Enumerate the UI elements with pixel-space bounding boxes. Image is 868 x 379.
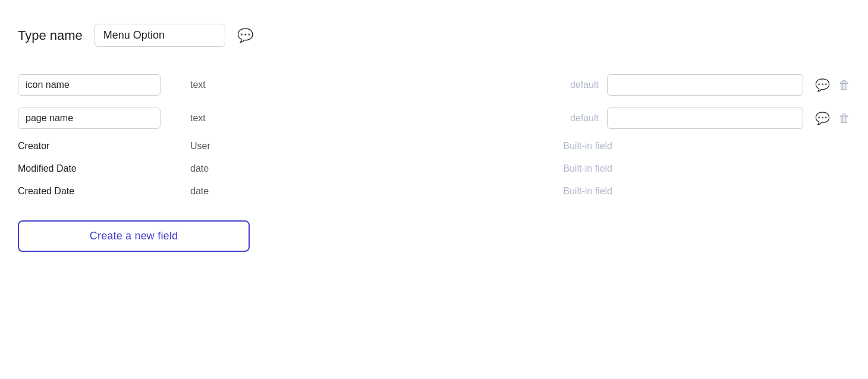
- field-actions: 💬🗑: [815, 111, 850, 125]
- field-type-cell: text: [184, 113, 315, 124]
- field-default-label: default: [530, 80, 607, 90]
- field-actions: 💬🗑: [815, 78, 850, 92]
- field-name-cell: Creator: [18, 141, 184, 151]
- field-name-cell: [18, 108, 184, 129]
- field-default-input[interactable]: [607, 108, 803, 129]
- field-builtin-label: Built-in field: [563, 163, 612, 174]
- field-name-input[interactable]: [18, 108, 161, 129]
- field-default-label: default: [530, 113, 607, 124]
- field-builtin-label: Built-in field: [563, 186, 612, 197]
- field-name-static: Modified Date: [18, 159, 77, 178]
- comment-icon[interactable]: 💬: [815, 111, 830, 125]
- field-name-static: Creator: [18, 136, 49, 156]
- delete-icon[interactable]: 🗑: [838, 112, 850, 125]
- table-row: Created DatedateBuilt-in field: [18, 180, 850, 203]
- field-builtin-label: Built-in field: [563, 141, 612, 151]
- table-row: Modified DatedateBuilt-in field: [18, 157, 850, 180]
- table-row: textdefault💬🗑: [18, 102, 850, 135]
- field-type-cell: date: [184, 186, 315, 197]
- fields-table: textdefault💬🗑textdefault💬🗑CreatorUserBui…: [18, 68, 850, 203]
- field-type-cell: User: [184, 141, 315, 151]
- header-row: Type name 💬: [18, 24, 850, 47]
- create-new-field-button[interactable]: Create a new field: [18, 220, 250, 252]
- field-name-cell: [18, 74, 184, 96]
- table-row: textdefault💬🗑: [18, 68, 850, 102]
- table-row: CreatorUserBuilt-in field: [18, 135, 850, 157]
- field-type-cell: text: [184, 80, 315, 90]
- field-default-input[interactable]: [607, 74, 803, 96]
- type-name-input[interactable]: [95, 24, 225, 47]
- comment-icon[interactable]: 💬: [815, 78, 830, 92]
- type-name-label: Type name: [18, 28, 83, 43]
- field-type-cell: date: [184, 163, 315, 174]
- comment-icon[interactable]: 💬: [237, 28, 253, 43]
- field-name-input[interactable]: [18, 74, 161, 96]
- delete-icon[interactable]: 🗑: [838, 78, 850, 92]
- field-name-cell: Modified Date: [18, 163, 184, 174]
- field-name-static: Created Date: [18, 181, 74, 201]
- field-name-cell: Created Date: [18, 186, 184, 197]
